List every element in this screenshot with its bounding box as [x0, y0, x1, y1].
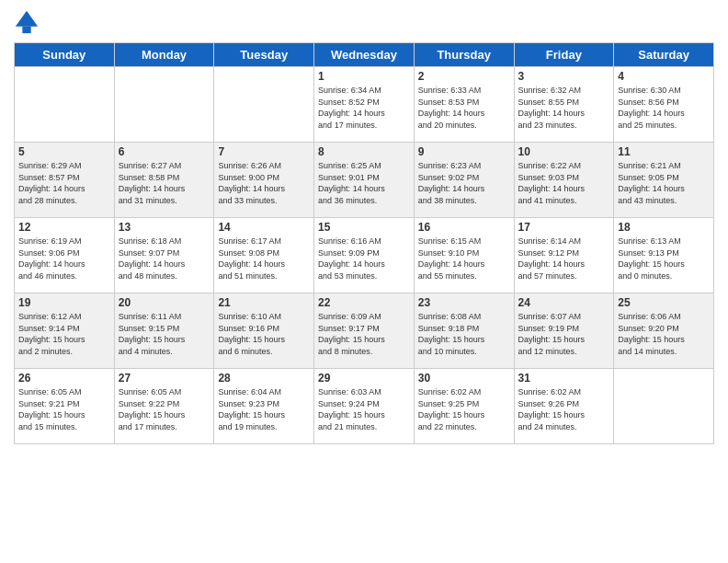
day-number: 28 [218, 372, 310, 385]
weekday-header: Thursday [414, 43, 514, 67]
calendar-cell: 29Sunrise: 6:03 AM Sunset: 9:24 PM Dayli… [314, 369, 415, 444]
day-info: Sunrise: 6:05 AM Sunset: 9:21 PM Dayligh… [18, 386, 110, 432]
svg-marker-0 [16, 11, 38, 27]
day-number: 6 [119, 145, 210, 158]
day-info: Sunrise: 6:27 AM Sunset: 8:58 PM Dayligh… [119, 160, 210, 206]
calendar-row: 12Sunrise: 6:19 AM Sunset: 9:06 PM Dayli… [15, 218, 714, 293]
day-info: Sunrise: 6:32 AM Sunset: 8:55 PM Dayligh… [518, 85, 610, 131]
day-number: 24 [518, 296, 610, 309]
weekday-header: Monday [114, 43, 214, 67]
calendar-cell: 10Sunrise: 6:22 AM Sunset: 9:03 PM Dayli… [514, 143, 614, 218]
day-number: 13 [119, 221, 210, 234]
day-number: 26 [18, 372, 110, 385]
day-number: 29 [318, 372, 410, 385]
day-number: 27 [119, 372, 210, 385]
calendar-row: 19Sunrise: 6:12 AM Sunset: 9:14 PM Dayli… [15, 293, 714, 369]
day-number: 19 [18, 296, 110, 309]
day-info: Sunrise: 6:04 AM Sunset: 9:23 PM Dayligh… [218, 386, 310, 432]
calendar-cell: 28Sunrise: 6:04 AM Sunset: 9:23 PM Dayli… [214, 369, 314, 444]
day-number: 9 [418, 145, 510, 158]
calendar-cell [15, 67, 115, 143]
logo [14, 9, 43, 35]
day-number: 31 [518, 372, 610, 385]
day-info: Sunrise: 6:06 AM Sunset: 9:20 PM Dayligh… [618, 311, 710, 357]
calendar-cell: 13Sunrise: 6:18 AM Sunset: 9:07 PM Dayli… [114, 218, 214, 293]
page: SundayMondayTuesdayWednesdayThursdayFrid… [0, 0, 728, 563]
calendar-cell: 17Sunrise: 6:14 AM Sunset: 9:12 PM Dayli… [514, 218, 614, 293]
day-info: Sunrise: 6:18 AM Sunset: 9:07 PM Dayligh… [119, 236, 210, 282]
calendar-cell: 23Sunrise: 6:08 AM Sunset: 9:18 PM Dayli… [414, 293, 514, 369]
day-number: 15 [318, 221, 410, 234]
calendar-cell: 24Sunrise: 6:07 AM Sunset: 9:19 PM Dayli… [514, 293, 614, 369]
day-number: 18 [618, 221, 710, 234]
day-info: Sunrise: 6:10 AM Sunset: 9:16 PM Dayligh… [218, 311, 310, 357]
day-info: Sunrise: 6:34 AM Sunset: 8:52 PM Dayligh… [318, 85, 410, 131]
svg-rect-1 [22, 27, 30, 33]
calendar-cell: 6Sunrise: 6:27 AM Sunset: 8:58 PM Daylig… [114, 143, 214, 218]
day-number: 2 [418, 70, 510, 83]
day-info: Sunrise: 6:12 AM Sunset: 9:14 PM Dayligh… [18, 311, 110, 357]
calendar-cell: 27Sunrise: 6:05 AM Sunset: 9:22 PM Dayli… [114, 369, 214, 444]
day-info: Sunrise: 6:23 AM Sunset: 9:02 PM Dayligh… [418, 160, 510, 206]
calendar-cell: 7Sunrise: 6:26 AM Sunset: 9:00 PM Daylig… [214, 143, 314, 218]
calendar-cell: 3Sunrise: 6:32 AM Sunset: 8:55 PM Daylig… [514, 67, 614, 143]
calendar-cell: 20Sunrise: 6:11 AM Sunset: 9:15 PM Dayli… [114, 293, 214, 369]
calendar-cell: 4Sunrise: 6:30 AM Sunset: 8:56 PM Daylig… [614, 67, 714, 143]
weekday-header: Saturday [614, 43, 714, 67]
calendar-cell: 14Sunrise: 6:17 AM Sunset: 9:08 PM Dayli… [214, 218, 314, 293]
day-number: 25 [618, 296, 710, 309]
weekday-header: Wednesday [314, 43, 415, 67]
calendar-cell: 21Sunrise: 6:10 AM Sunset: 9:16 PM Dayli… [214, 293, 314, 369]
day-info: Sunrise: 6:08 AM Sunset: 9:18 PM Dayligh… [418, 311, 510, 357]
calendar-row: 26Sunrise: 6:05 AM Sunset: 9:21 PM Dayli… [15, 369, 714, 444]
day-number: 22 [318, 296, 410, 309]
day-number: 21 [218, 296, 310, 309]
weekday-header: Tuesday [214, 43, 314, 67]
calendar-cell: 26Sunrise: 6:05 AM Sunset: 9:21 PM Dayli… [15, 369, 115, 444]
calendar-cell: 31Sunrise: 6:02 AM Sunset: 9:26 PM Dayli… [514, 369, 614, 444]
day-number: 1 [318, 70, 410, 83]
day-number: 11 [618, 145, 710, 158]
day-info: Sunrise: 6:25 AM Sunset: 9:01 PM Dayligh… [318, 160, 410, 206]
day-number: 30 [418, 372, 510, 385]
calendar-header-row: SundayMondayTuesdayWednesdayThursdayFrid… [15, 43, 714, 67]
day-number: 4 [618, 70, 710, 83]
day-info: Sunrise: 6:13 AM Sunset: 9:13 PM Dayligh… [618, 236, 710, 282]
day-info: Sunrise: 6:21 AM Sunset: 9:05 PM Dayligh… [618, 160, 710, 206]
day-info: Sunrise: 6:05 AM Sunset: 9:22 PM Dayligh… [119, 386, 210, 432]
calendar-cell: 11Sunrise: 6:21 AM Sunset: 9:05 PM Dayli… [614, 143, 714, 218]
calendar-cell: 30Sunrise: 6:02 AM Sunset: 9:25 PM Dayli… [414, 369, 514, 444]
calendar-cell: 1Sunrise: 6:34 AM Sunset: 8:52 PM Daylig… [314, 67, 415, 143]
calendar-cell: 18Sunrise: 6:13 AM Sunset: 9:13 PM Dayli… [614, 218, 714, 293]
calendar-cell: 22Sunrise: 6:09 AM Sunset: 9:17 PM Dayli… [314, 293, 415, 369]
day-number: 12 [18, 221, 110, 234]
calendar-cell [614, 369, 714, 444]
day-number: 7 [218, 145, 310, 158]
header [14, 9, 714, 35]
day-number: 16 [418, 221, 510, 234]
calendar-cell: 5Sunrise: 6:29 AM Sunset: 8:57 PM Daylig… [15, 143, 115, 218]
calendar-row: 1Sunrise: 6:34 AM Sunset: 8:52 PM Daylig… [15, 67, 714, 143]
weekday-header: Friday [514, 43, 614, 67]
day-info: Sunrise: 6:14 AM Sunset: 9:12 PM Dayligh… [518, 236, 610, 282]
day-info: Sunrise: 6:07 AM Sunset: 9:19 PM Dayligh… [518, 311, 610, 357]
day-number: 3 [518, 70, 610, 83]
day-info: Sunrise: 6:29 AM Sunset: 8:57 PM Dayligh… [18, 160, 110, 206]
day-number: 8 [318, 145, 410, 158]
day-number: 5 [18, 145, 110, 158]
day-info: Sunrise: 6:22 AM Sunset: 9:03 PM Dayligh… [518, 160, 610, 206]
day-info: Sunrise: 6:02 AM Sunset: 9:25 PM Dayligh… [418, 386, 510, 432]
calendar-cell: 8Sunrise: 6:25 AM Sunset: 9:01 PM Daylig… [314, 143, 415, 218]
day-info: Sunrise: 6:03 AM Sunset: 9:24 PM Dayligh… [318, 386, 410, 432]
calendar-cell: 12Sunrise: 6:19 AM Sunset: 9:06 PM Dayli… [15, 218, 115, 293]
calendar-cell [214, 67, 314, 143]
day-info: Sunrise: 6:09 AM Sunset: 9:17 PM Dayligh… [318, 311, 410, 357]
calendar-cell: 15Sunrise: 6:16 AM Sunset: 9:09 PM Dayli… [314, 218, 415, 293]
day-number: 10 [518, 145, 610, 158]
calendar-cell: 25Sunrise: 6:06 AM Sunset: 9:20 PM Dayli… [614, 293, 714, 369]
day-info: Sunrise: 6:19 AM Sunset: 9:06 PM Dayligh… [18, 236, 110, 282]
day-info: Sunrise: 6:02 AM Sunset: 9:26 PM Dayligh… [518, 386, 610, 432]
day-info: Sunrise: 6:33 AM Sunset: 8:53 PM Dayligh… [418, 85, 510, 131]
day-info: Sunrise: 6:11 AM Sunset: 9:15 PM Dayligh… [119, 311, 210, 357]
calendar-row: 5Sunrise: 6:29 AM Sunset: 8:57 PM Daylig… [15, 143, 714, 218]
